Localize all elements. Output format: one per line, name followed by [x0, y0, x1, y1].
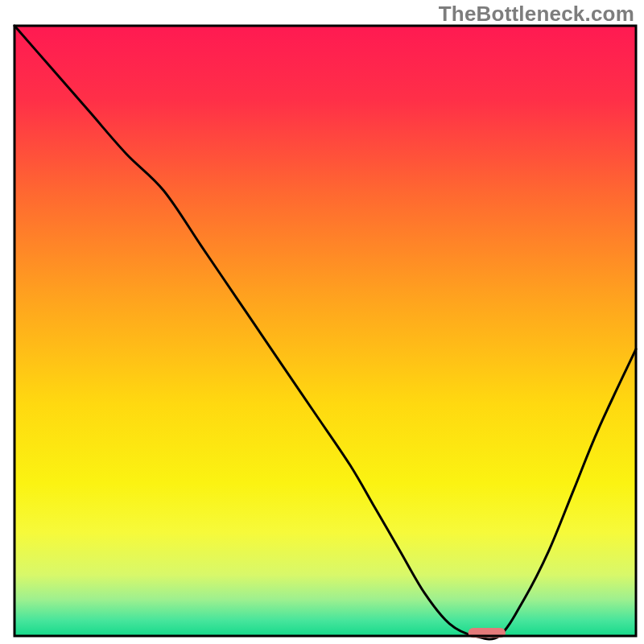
- bottleneck-chart: [0, 0, 644, 644]
- plot-background: [14, 26, 636, 636]
- chart-container: TheBottleneck.com: [0, 0, 644, 644]
